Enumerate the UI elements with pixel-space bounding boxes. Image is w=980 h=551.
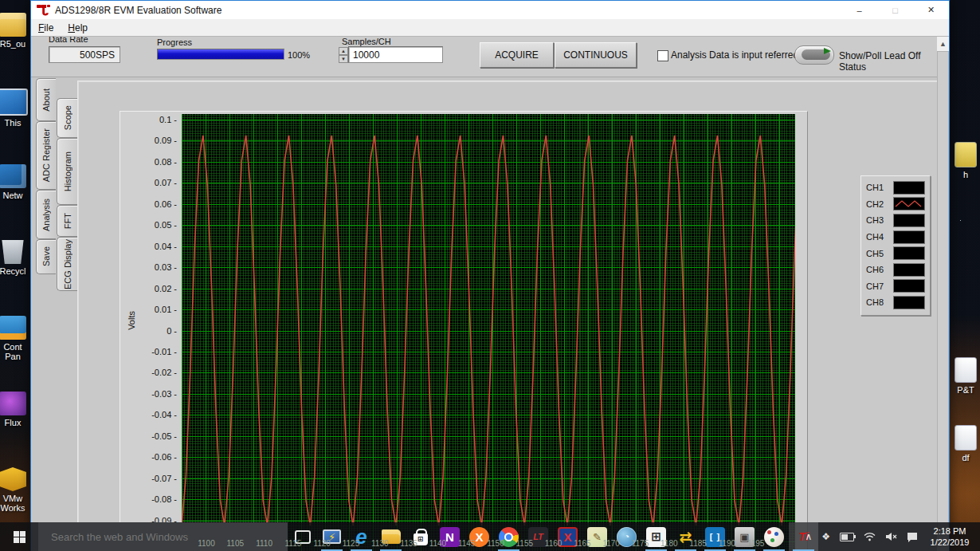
legend-row-ch7[interactable]: CH7 [861,278,930,295]
scope-plot-area[interactable] [182,114,795,551]
y-tick-label: 0.02 - [122,284,178,293]
chevron-up-icon[interactable]: ∧ [805,531,812,542]
tab-analysis[interactable]: Analysis [36,190,56,239]
subtab-histogram[interactable]: Histogram [57,138,78,205]
folder-r5-icon[interactable]: R5_ou [0,13,32,49]
chrome-icon[interactable] [494,522,523,551]
legend-swatch-ch8[interactable] [893,296,925,309]
scroll-up-icon[interactable]: ▲ [937,37,949,50]
network-icon[interactable]: Netw [0,164,32,200]
file-yellow-glyph [955,142,977,167]
legend-channel-label: CH7 [866,281,890,291]
file-pt-icon[interactable]: P&T [947,357,980,395]
legend-row-ch4[interactable]: CH4 [861,229,930,246]
ltspice-icon[interactable]: LT [523,522,553,551]
file-glyph [955,357,977,383]
continuous-button[interactable]: CONTINUOUS [555,42,637,68]
y-tick-label: -0.08 - [122,494,178,504]
calculator-icon[interactable]: ⊞ [641,522,671,551]
start-button[interactable] [0,522,38,551]
y-tick-label: -0.04 - [122,410,178,419]
sync-arrows-icon[interactable]: ⇄ [671,522,700,551]
data-rate-field[interactable]: 500SPS [49,46,120,63]
title-bar: ADS1298/8R EVM Evaluation Software – □ ✕ [31,1,949,19]
menu-item-help[interactable]: Help [61,22,95,33]
legend-swatch-ch5[interactable] [893,246,925,260]
task-view-icon[interactable] [288,522,317,551]
close-button[interactable]: ✕ [913,1,949,19]
spinner-up-icon[interactable]: ▲ [339,47,348,55]
minimize-button[interactable]: – [841,1,877,19]
ti-logo-icon [37,4,50,16]
samples-spinner[interactable]: ▲ ▼ [339,47,348,64]
legend-row-ch5[interactable]: CH5 [861,245,930,262]
acquire-button[interactable]: ACQUIRE [480,42,554,68]
legend-swatch-ch3[interactable] [893,214,925,227]
legend-row-ch1[interactable]: CH1 [861,179,930,196]
toolbar: Data Rate 500SPS Progress 100% Samples/C… [31,37,949,77]
progress-label: Progress [157,37,192,47]
input-referred-checkbox[interactable] [657,50,668,61]
samples-field[interactable]: 10000 [348,46,443,63]
edge-icon[interactable]: e [347,522,376,551]
palette-glyph [764,527,784,547]
input-referred-label: Analysis Data is input referred [671,49,798,61]
tab-save[interactable]: Save [36,239,56,274]
dropbox-icon[interactable]: ❖ [821,531,830,542]
tab-adc-register[interactable]: ADC Register [36,121,56,190]
subtab-scope[interactable]: Scope [57,98,78,138]
legend-swatch-ch1[interactable] [893,181,925,195]
maximize-button[interactable]: □ [877,1,913,19]
tray-time: 2:18 PM [927,525,972,537]
legend-row-ch8[interactable]: CH8 [861,294,930,311]
control-panel-icon[interactable]: Cont Pan [0,316,32,361]
system-tray: ∧ ❖ 2:18 PM 1/22/2019 [800,522,980,551]
leadoff-toggle[interactable] [794,45,834,65]
clock[interactable]: 2:18 PM 1/22/2019 [927,525,972,548]
legend-row-ch3[interactable]: CH3 [861,212,930,229]
battery-icon[interactable] [840,533,854,541]
control-glyph [0,316,26,340]
subtab-ecg-display[interactable]: ECG Display [57,237,78,291]
windows-store-icon[interactable]: ⊞ [406,522,435,551]
flux-icon[interactable]: Flux [0,392,32,427]
printer-3d-icon[interactable]: ▣ [730,522,759,551]
vertical-scrollbar[interactable]: ▲ [937,37,949,551]
toggle-arrow-icon [824,48,831,54]
desktop-icon-label: df [947,453,980,462]
wifi-icon[interactable] [864,532,876,541]
file-explorer-icon[interactable] [376,522,406,551]
brackets-icon[interactable]: [ ] [700,522,730,551]
legend-swatch-ch7[interactable] [893,279,925,293]
scrollbar-thumb[interactable] [937,51,949,529]
globe-app-icon[interactable]: ◔ [612,522,641,551]
paint-palette-icon[interactable] [759,522,789,551]
recycle-bin-icon[interactable]: Recycl [0,240,32,276]
vmware-workstation-icon[interactable]: VMw Works [0,467,32,513]
file-df-icon[interactable]: df [947,425,980,462]
this-pc-icon[interactable]: This [0,89,32,128]
legend-row-ch2[interactable]: CH2 [861,196,930,213]
spinner-down-icon[interactable]: ▼ [339,55,348,63]
file-h-icon[interactable]: h [947,142,980,179]
map-editor-icon[interactable]: ✎ [582,522,612,551]
action-center-icon[interactable] [907,532,918,542]
bag-glyph: ⊞ [414,533,428,545]
volume-muted-icon[interactable] [885,532,897,541]
legend-swatch-ch6[interactable] [893,263,925,277]
legend-row-ch6[interactable]: CH6 [861,262,930,278]
tab-about[interactable]: About [36,78,56,121]
search-input[interactable] [38,522,288,551]
legend-swatch-ch2[interactable] [893,197,925,211]
progress-bar [157,49,284,60]
y-tick-label: 0 - [122,326,178,336]
remote-device-icon[interactable]: ⚡ [317,522,347,551]
subtab-fft[interactable]: FFT [57,205,78,237]
onenote-icon[interactable]: N [435,522,465,551]
frame-glyph [295,530,311,544]
xampp-icon[interactable]: X [465,522,494,551]
legend-channel-label: CH1 [866,183,890,192]
legend-swatch-ch4[interactable] [893,230,925,244]
x-app-icon[interactable]: X [553,522,582,551]
menu-item-file[interactable]: File [31,22,61,33]
